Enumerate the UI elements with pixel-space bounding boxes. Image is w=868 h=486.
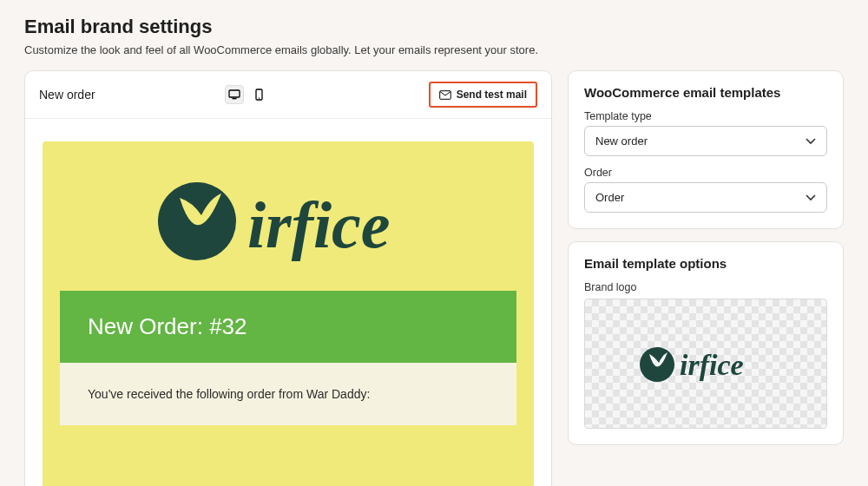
- send-test-mail-button[interactable]: Send test mail: [429, 82, 537, 108]
- envelope-icon: [439, 90, 451, 100]
- order-select-value: Order: [595, 191, 624, 204]
- page-subtitle: Customize the look and feel of all WooCo…: [24, 43, 844, 56]
- page-title: Email brand settings: [24, 16, 844, 38]
- brand-logo-label: Brand logo: [584, 281, 827, 293]
- template-type-value: New order: [595, 135, 648, 148]
- svg-rect-1: [233, 98, 237, 99]
- order-banner: New Order: #32: [60, 291, 516, 363]
- template-type-label: Template type: [584, 110, 827, 122]
- svg-text:irfice: irfice: [247, 188, 391, 261]
- templates-section-title: WooCommerce email templates: [584, 85, 827, 100]
- send-test-mail-label: Send test mail: [457, 89, 527, 101]
- preview-title: New order: [39, 88, 213, 102]
- template-type-select[interactable]: New order: [584, 126, 827, 156]
- svg-point-3: [258, 97, 259, 98]
- brand-logo-preview[interactable]: irfice: [584, 299, 827, 429]
- desktop-view-button[interactable]: [225, 85, 244, 104]
- email-preview-card: New order Send test mail: [24, 70, 552, 486]
- mobile-icon: [255, 89, 263, 101]
- svg-rect-0: [229, 90, 240, 97]
- preview-toolbar: New order Send test mail: [25, 71, 551, 119]
- options-section: Email template options Brand logo irfice: [568, 241, 844, 445]
- templates-section: WooCommerce email templates Template typ…: [568, 70, 844, 229]
- options-section-title: Email template options: [584, 256, 827, 271]
- svg-text:irfice: irfice: [680, 349, 744, 381]
- desktop-icon: [228, 89, 240, 100]
- chevron-down-icon: [806, 138, 816, 145]
- email-preview-frame: irfice New Order: #32 You've received th…: [43, 141, 534, 486]
- mobile-view-button[interactable]: [249, 85, 268, 104]
- order-label: Order: [584, 167, 827, 179]
- chevron-down-icon: [806, 194, 816, 201]
- order-select[interactable]: Order: [584, 182, 827, 213]
- order-body-text: You've received the following order from…: [60, 363, 516, 425]
- brand-logo-large: irfice: [60, 167, 516, 272]
